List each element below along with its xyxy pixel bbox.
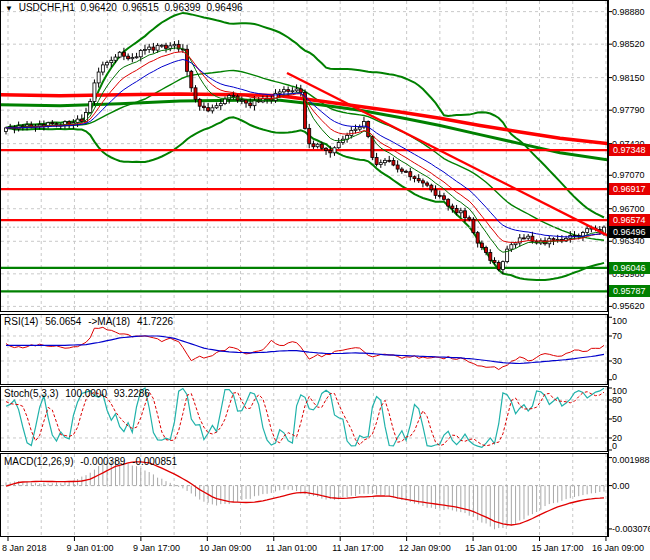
price-tick-label: 0.98880 bbox=[612, 7, 645, 18]
rsi-ma-value: 41.7226 bbox=[137, 316, 173, 327]
rsi-panel-label: RSI(14) 56.0654 ->MA(18) 41.7226 bbox=[4, 316, 177, 328]
rsi-ma-name: ->MA(18) bbox=[88, 316, 130, 327]
rsi-tick-label: 0 bbox=[612, 372, 617, 383]
time-axis-label: 15 Jan 01:00 bbox=[465, 543, 517, 554]
time-axis-label: 9 Jan 17:00 bbox=[133, 543, 180, 554]
time-axis-label: 8 Jan 2018 bbox=[2, 543, 47, 554]
time-axis-label: 12 Jan 09:00 bbox=[399, 543, 451, 554]
ohlc-low: 0.96399 bbox=[164, 2, 200, 13]
stoch-panel-label: Stoch(5,3,3) 100.0000 93.2286 bbox=[4, 388, 154, 400]
resistance-price-box: 0.97348 bbox=[609, 144, 650, 156]
resistance-price-box: 0.96574 bbox=[609, 214, 650, 226]
price-tick-label: 0.97790 bbox=[612, 105, 645, 116]
trading-chart-window: ▼ USDCHF,H1 0.96420 0.96515 0.96399 0.96… bbox=[0, 0, 650, 560]
price-tick-label: 0.97070 bbox=[612, 170, 645, 181]
ohlc-open: 0.96420 bbox=[81, 2, 117, 13]
stoch-tick-label: 50 bbox=[612, 414, 622, 425]
rsi-value: 56.0654 bbox=[45, 316, 81, 327]
time-axis-label: 15 Jan 17:00 bbox=[532, 543, 584, 554]
stoch-name: Stoch(5,3,3) bbox=[4, 388, 58, 399]
current-price-box: 0.96496 bbox=[609, 226, 650, 238]
time-axis-label: 11 Jan 01:00 bbox=[266, 543, 317, 554]
time-axis-label: 9 Jan 01:00 bbox=[66, 543, 113, 554]
support-price-box: 0.95787 bbox=[609, 285, 650, 297]
macd-signal-value: -0.000851 bbox=[132, 456, 177, 467]
price-tick-label: 0.95620 bbox=[612, 301, 645, 312]
macd-panel-label: MACD(12,26,9) -0.000389 -0.000851 bbox=[4, 456, 181, 468]
ohlc-high: 0.96515 bbox=[123, 2, 159, 13]
symbol-dropdown-icon[interactable]: ▼ bbox=[5, 4, 13, 13]
time-axis-label: 16 Jan 09:00 bbox=[592, 543, 644, 554]
rsi-tick-label: 30 bbox=[612, 356, 622, 367]
stoch-value: 100.0000 bbox=[65, 388, 107, 399]
time-axis-label: 11 Jan 17:00 bbox=[332, 543, 383, 554]
macd-tick-label: -0.003076 bbox=[612, 524, 650, 535]
macd-name: MACD(12,26,9) bbox=[4, 456, 73, 467]
price-tick-label: 0.98520 bbox=[612, 39, 645, 50]
macd-tick-label: 0.00 bbox=[612, 481, 630, 492]
price-tick-label: 0.98150 bbox=[612, 73, 645, 84]
macd-tick-label: 0.001988 bbox=[612, 455, 650, 466]
price-tick-label: 0.96700 bbox=[612, 204, 645, 215]
rsi-tick-label: 100 bbox=[612, 316, 627, 327]
chart-header: ▼ USDCHF,H1 0.96420 0.96515 0.96399 0.96… bbox=[5, 2, 246, 15]
support-price-box: 0.96046 bbox=[609, 262, 650, 274]
rsi-name: RSI(14) bbox=[4, 316, 38, 327]
rsi-tick-label: 70 bbox=[612, 331, 622, 342]
resistance-price-box: 0.96917 bbox=[609, 183, 650, 195]
stoch-tick-label: 0 bbox=[612, 441, 617, 452]
chart-canvas[interactable] bbox=[0, 0, 650, 560]
macd-value: -0.000389 bbox=[80, 456, 125, 467]
stoch-tick-label: 80 bbox=[612, 395, 622, 406]
time-axis-label: 10 Jan 09:00 bbox=[199, 543, 251, 554]
symbol-label: USDCHF,H1 bbox=[19, 2, 75, 13]
ohlc-close: 0.96496 bbox=[206, 2, 242, 13]
stoch-signal-value: 93.2286 bbox=[114, 388, 150, 399]
